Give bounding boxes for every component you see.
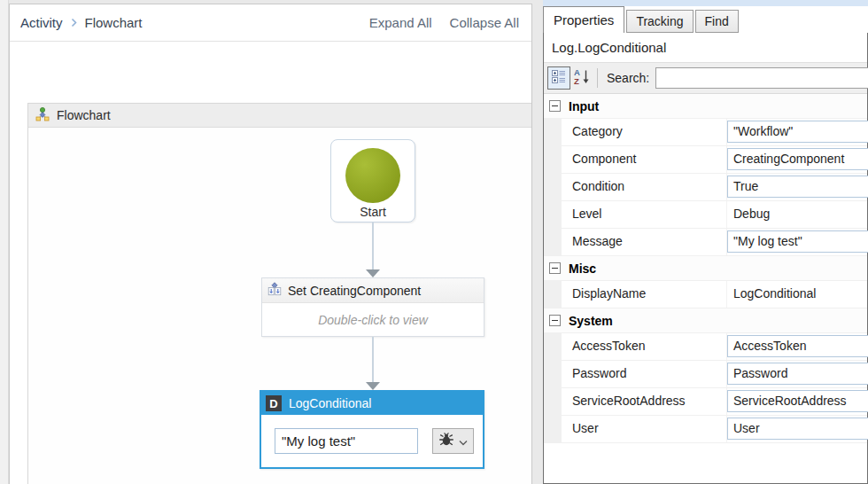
property-value-text[interactable]: Debug [727,201,867,227]
collapse-all-link[interactable]: Collapse All [450,15,519,30]
flowchart-body: Start [28,128,531,484]
property-row-category: Category "Workflow" [544,119,867,146]
logconditional-node[interactable]: D LogConditional [260,390,484,469]
category-header-misc[interactable]: Misc [544,256,867,281]
sequence-activity-icon [267,282,282,299]
properties-body: Log.LogConditional [543,32,868,484]
property-grid: Input Category "Workflow" Component Crea… [544,94,867,443]
left-edge-strip [0,0,9,484]
row-indent [544,361,562,387]
breadcrumb-bar: Activity Flowchart Expand All Collapse A… [10,4,531,42]
property-value-field[interactable]: CreatingComponent [727,148,868,170]
category-name: Misc [569,262,596,276]
collapse-minus-icon[interactable] [549,262,561,274]
category-header-input[interactable]: Input [544,94,867,119]
row-indent [544,333,562,360]
property-label[interactable]: Condition [562,174,727,200]
property-value-field[interactable]: ServiceRootAddress [727,390,868,412]
categorized-view-button[interactable] [547,66,570,90]
breadcrumb-item-flowchart[interactable]: Flowchart [85,15,143,30]
properties-panel: Properties Tracking Find Log.LogConditio… [543,0,868,484]
connector-set-to-log[interactable] [366,337,380,390]
category-header-system[interactable]: System [544,308,867,333]
property-row-message: Message "My log test" [544,229,867,256]
categorized-view-icon [552,69,566,87]
log-node-header[interactable]: D LogConditional [261,392,483,415]
log-message-input[interactable] [275,428,418,454]
row-indent [544,229,562,255]
property-value-cell: LogConditional [727,281,867,308]
property-value-cell: Debug [727,201,867,228]
collapse-minus-icon[interactable] [549,100,561,112]
d-letter-badge-icon: D [266,395,282,411]
property-value-field[interactable]: "Workflow" [727,121,868,143]
tab-find[interactable]: Find [695,10,739,33]
tab-tracking[interactable]: Tracking [626,10,693,33]
row-indent [544,119,562,145]
property-row-displayname: DisplayName LogConditional [544,281,867,308]
category-name: System [569,314,613,328]
property-value-field[interactable]: Password [727,363,868,385]
property-value-cell: User [727,416,867,442]
svg-text:Z: Z [574,76,579,86]
property-row-password: Password Password [544,361,867,388]
property-value-field[interactable]: AccessToken [727,335,868,357]
property-value-field[interactable]: "My log test" [727,230,868,253]
start-node-label: Start [360,205,386,219]
set-node-body[interactable]: Double-click to view [262,303,484,337]
property-label[interactable]: Category [562,119,727,145]
panel-splitter[interactable] [532,0,543,484]
collapse-minus-icon[interactable] [549,315,561,326]
property-value-cell: Password [727,361,867,387]
property-label[interactable]: Password [562,361,727,387]
log-node-body [261,415,483,467]
breadcrumb: Activity Flowchart [20,15,143,30]
property-value-cell: AccessToken [727,333,867,360]
property-value-text[interactable]: LogConditional [727,281,867,307]
connector-start-to-set[interactable] [366,222,380,277]
row-indent [544,174,562,200]
row-indent [544,146,562,173]
az-sort-descending-icon: A Z [573,67,591,90]
toolbar-separator [597,68,598,88]
set-node-header[interactable]: Set CreatingComponent [262,278,484,303]
property-row-level: Level Debug [544,201,867,229]
property-label[interactable]: User [562,416,727,442]
log-node-title: LogConditional [289,396,371,410]
row-indent [544,201,562,228]
set-creatingcomponent-node[interactable]: Set CreatingComponent Double-click to vi… [261,277,484,337]
start-node[interactable]: Start [330,139,415,222]
panel-top-strip [543,0,868,6]
designer-canvas[interactable]: Flowchart Start [10,42,531,484]
property-label[interactable]: AccessToken [562,333,727,360]
properties-tabs: Properties Tracking Find [543,6,868,33]
breadcrumb-item-activity[interactable]: Activity [20,15,63,30]
property-label[interactable]: ServiceRootAddress [562,388,727,415]
property-row-accesstoken: AccessToken AccessToken [544,333,867,361]
log-level-dropdown-button[interactable] [432,428,474,454]
property-value-field[interactable]: User [727,418,868,440]
flowchart-icon [35,107,50,124]
connector-line [372,337,374,382]
property-row-user: User User [544,416,867,443]
connector-line [372,222,374,269]
expand-all-link[interactable]: Expand All [369,15,432,30]
chevron-down-icon [459,433,468,449]
property-value-cell: "My log test" [727,229,867,255]
tab-properties[interactable]: Properties [543,6,624,33]
bug-icon [438,433,454,450]
designer-view-links: Expand All Collapse All [369,15,519,30]
property-label[interactable]: DisplayName [562,281,727,308]
workflow-designer-screen: Activity Flowchart Expand All Collapse A… [0,0,868,484]
row-indent [544,416,562,442]
property-value-field[interactable]: True [727,176,868,198]
property-search-input[interactable] [655,67,868,89]
property-label[interactable]: Component [562,146,727,173]
start-circle-icon [345,148,400,203]
flowchart-header[interactable]: Flowchart [28,104,531,128]
property-label[interactable]: Level [562,201,727,228]
flowchart-activity-container[interactable]: Flowchart Start [27,103,531,484]
property-label[interactable]: Message [562,229,727,255]
double-click-hint: Double-click to view [318,313,428,327]
alphabetical-sort-button[interactable]: A Z [570,66,593,90]
